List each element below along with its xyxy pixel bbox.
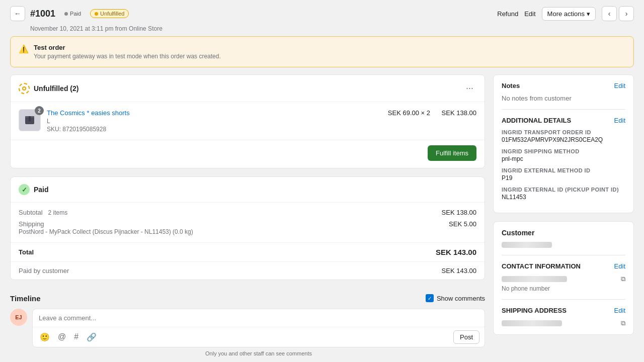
today-divider: TODAY [10,356,485,362]
shipping-address-title: SHIPPING ADDRESS [502,307,567,314]
next-order-button[interactable]: › [619,6,634,21]
product-variant: L [47,118,369,125]
hashtag-button[interactable]: # [72,331,80,342]
unfulfilled-badge: Unfulfilled [90,9,129,18]
show-comments-checkbox[interactable] [426,294,434,302]
contact-info-edit-button[interactable]: Edit [614,262,625,270]
additional-detail-label: Ingrid Shipping Method [502,148,625,154]
notes-card: Notes Edit No notes from customer ADDITI… [493,74,634,213]
paid-by-customer-value: SEK 143.00 [442,267,476,275]
shipping-row: Shipping PostNord - MyPack Collect (Disc… [19,220,476,236]
no-notes-text: No notes from customer [502,95,572,102]
subtotal-detail: 2 items [48,209,68,216]
paid-by-customer-row: Paid by customer SEK 143.00 [11,262,485,280]
unfulfilled-title: Unfulfilled (2) [34,84,78,93]
customer-name-blurred [502,242,552,248]
copy-email-button[interactable]: ⧉ [621,275,625,283]
svg-rect-2 [25,116,29,118]
notes-edit-button[interactable]: Edit [614,82,625,89]
customer-email-blurred [502,276,567,282]
show-comments-row[interactable]: Show comments [426,294,485,302]
show-comments-label: Show comments [437,295,485,302]
additional-detail-value: P19 [502,174,625,182]
additional-detail-row: Ingrid External Method IDP19 [502,167,625,182]
edit-button[interactable]: Edit [524,8,535,20]
shipping-value: SEK 5.00 [449,220,476,228]
refund-button[interactable]: Refund [497,8,518,20]
product-name-link[interactable]: The Cosmics * easies shorts [47,109,130,117]
additional-detail-row: Ingrid External ID (Pickup Point ID)NL11… [502,187,625,201]
total-row: Total SEK 143.00 [11,242,485,262]
chevron-down-icon: ▾ [587,10,590,18]
product-sku: SKU: 8720195085928 [47,126,369,133]
total-label: Total [19,248,34,256]
mention-button[interactable]: @ [56,331,68,342]
additional-detail-value: NL11453 [502,194,625,201]
comment-box: 🙂 @ # 🔗 Post [32,309,485,347]
total-value: SEK 143.00 [436,248,476,256]
warning-icon: ⚠️ [19,44,29,60]
product-quantity-badge: 2 [35,106,44,115]
comment-note: Only you and other staff can see comment… [10,347,485,356]
back-button[interactable]: ← [10,6,25,21]
prev-order-button[interactable]: ‹ [602,6,617,21]
comment-input[interactable] [33,309,485,327]
alert-title: Test order [34,44,221,51]
test-order-alert: ⚠️ Test order Your payment gateway was i… [10,36,634,67]
no-phone-text: No phone number [502,285,625,292]
payment-card: ✓ Paid Subtotal 2 items SEK 138.00 [10,176,485,280]
order-date: November 10, 2021 at 3:11 pm from Online… [0,25,644,36]
additional-detail-label: Ingrid External Method ID [502,167,625,173]
paid-icon: ✓ [19,184,30,195]
svg-rect-3 [31,116,34,118]
emoji-button[interactable]: 🙂 [38,331,52,343]
timeline-title: Timeline [10,294,41,303]
customer-title: Customer [502,229,625,237]
fulfill-items-button[interactable]: Fulfill items [428,145,476,161]
copy-address-button[interactable]: ⧉ [621,319,625,327]
subtotal-value: SEK 138.00 [442,209,476,216]
product-price-per-unit: SEK 69.00 × 2 [375,109,430,117]
timeline-section: Timeline Show comments EJ 🙂 @ # [10,288,485,362]
more-actions-button[interactable]: More actions ▾ [542,7,596,21]
shipping-detail: PostNord - MyPack Collect (Discus Pijnac… [19,228,193,236]
user-avatar: EJ [10,309,27,326]
customer-card: Customer CONTACT INFORMATION Edit ⧉ No p… [493,221,634,335]
unfulfilled-menu-button[interactable]: ··· [463,82,476,95]
shipping-address-edit-button[interactable]: Edit [614,307,625,314]
alert-message: Your payment gateway was in test mode wh… [34,53,221,60]
paid-badge: Paid [60,10,85,18]
additional-detail-value: 01FM532APMRVPX9N2JRS0CEA2Q [502,136,625,143]
unfulfilled-icon [19,83,30,94]
additional-detail-label: Ingrid External ID (Pickup Point ID) [502,187,625,193]
attachment-button[interactable]: 🔗 [85,331,99,343]
comment-area: EJ 🙂 @ # 🔗 Post [10,309,485,347]
additional-details-list: Ingrid Transport Order ID01FM532APMRVPX9… [502,129,625,201]
post-comment-button[interactable]: Post [453,330,479,344]
additional-detail-row: Ingrid Shipping Methodpnl-mpc [502,148,625,162]
order-number: #1001 [30,9,55,19]
payment-title: Paid [34,186,49,194]
notes-title: Notes [502,82,520,89]
svg-rect-1 [29,116,31,121]
additional-details-title: ADDITIONAL DETAILS [502,117,571,124]
subtotal-row: Subtotal 2 items SEK 138.00 [19,209,476,216]
unfulfilled-card: Unfulfilled (2) ··· [10,74,485,168]
additional-detail-value: pnl-mpc [502,155,625,162]
additional-details-edit-button[interactable]: Edit [614,117,625,124]
shipping-address-blurred [502,320,562,326]
shipping-label: Shipping [19,220,193,228]
product-row: 2 The Cosmics * easies shorts L SKU: 872… [11,102,485,140]
paid-by-customer-label: Paid by customer [19,267,69,275]
additional-detail-label: Ingrid Transport Order ID [502,129,625,135]
additional-detail-row: Ingrid Transport Order ID01FM532APMRVPX9… [502,129,625,143]
contact-info-title: CONTACT INFORMATION [502,262,581,270]
subtotal-label: Subtotal [19,209,43,216]
nav-arrows: ‹ › [602,6,634,21]
product-total-price: SEK 138.00 [436,109,476,117]
